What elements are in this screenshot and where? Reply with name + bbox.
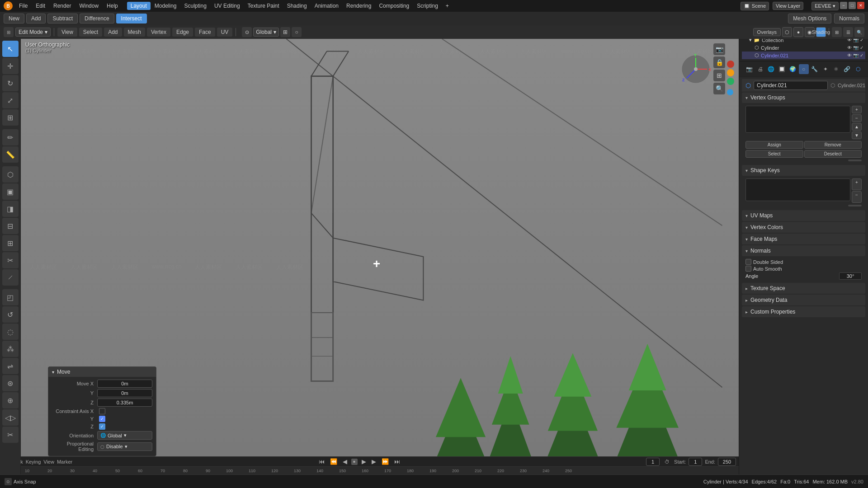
menu-help[interactable]: Help (103, 2, 122, 10)
prev-frame-btn[interactable]: ⏪ (329, 458, 339, 465)
prop-world-icon[interactable]: 🌍 (788, 64, 798, 74)
tool-knife[interactable]: ✂ (2, 252, 19, 268)
workspace-layout[interactable]: Layout (127, 2, 151, 10)
vg-down-btn[interactable]: ▼ (852, 131, 862, 139)
prop-output-icon[interactable]: 🖨 (755, 64, 765, 74)
workspace-modeling[interactable]: Modeling (151, 2, 180, 10)
cyl-cam[interactable]: 📷 (853, 45, 859, 50)
auto-smooth-checkbox[interactable] (745, 266, 751, 272)
vg-add-btn[interactable]: + (852, 106, 862, 113)
viewport[interactable]: 人人素材区 人人素材区 人人素材区 人人素材区 人人素材区 人人素材区 www.… (21, 39, 739, 474)
outliner-btn[interactable]: ☰ (843, 27, 853, 37)
stop-btn[interactable]: ■ (351, 459, 358, 465)
workspace-uv-editing[interactable]: UV Editing (211, 2, 244, 10)
workspace-compositing[interactable]: Compositing (375, 2, 413, 10)
wireframe-btn[interactable]: ⬡ (782, 27, 792, 37)
menu-render[interactable]: Render (50, 2, 75, 10)
axis-gizmo[interactable]: X Y Z (680, 53, 712, 85)
prop-particles-icon[interactable]: ✦ (821, 64, 830, 74)
texture-space-header[interactable]: ▸ Texture Space (742, 283, 865, 294)
face-maps-header[interactable]: ▾ Face Maps (742, 234, 865, 244)
prop-modifier-icon[interactable]: 🔧 (810, 64, 820, 74)
select-menu[interactable]: Select (79, 28, 102, 37)
move-x-value[interactable]: 0m (97, 380, 152, 388)
tool-move[interactable]: ✛ (2, 58, 19, 74)
overlays-btn[interactable]: Overlays (753, 28, 781, 36)
mesh-options-btn[interactable]: Mesh Options (788, 14, 831, 23)
object-name-input[interactable] (754, 81, 828, 90)
end-value[interactable]: 250 (718, 458, 736, 466)
prop-data-icon[interactable]: ⬡ (853, 64, 863, 74)
cylinder-item[interactable]: ⬡ Cylinder 👁 📷 ✓ (742, 44, 865, 52)
tool-edge-slide[interactable]: ⇌ (2, 358, 19, 374)
prop-render-icon[interactable]: 📷 (745, 64, 755, 74)
jump-end-btn[interactable]: ⏭ (393, 458, 401, 465)
constraint-y-checkbox[interactable]: ✓ (99, 416, 105, 422)
jump-start-btn[interactable]: ⏮ (317, 458, 326, 465)
cyl021-vis[interactable]: 👁 (847, 53, 852, 58)
shape-keys-header[interactable]: ▾ Shape Keys (742, 165, 865, 176)
frame-indicator[interactable]: 1 (646, 458, 660, 466)
maximize-btn[interactable]: □ (849, 2, 856, 9)
normals-header[interactable]: ▾ Normals (742, 245, 865, 256)
tool-loop-cut[interactable]: ⊟ (2, 218, 19, 234)
cyl-vis[interactable]: 👁 (847, 45, 852, 50)
prev-keyframe-btn[interactable]: ◀ (341, 458, 349, 465)
difference-button[interactable]: Difference (80, 14, 114, 23)
workspace-shading[interactable]: Shading (283, 2, 311, 10)
edge-menu[interactable]: Edge (172, 28, 193, 37)
next-frame-btn[interactable]: ⏩ (380, 458, 390, 465)
tool-shrink-fatten[interactable]: ⊛ (2, 375, 19, 391)
workspace-texture-paint[interactable]: Texture Paint (244, 2, 283, 10)
tool-smooth[interactable]: ◌ (2, 324, 19, 340)
rendered-btn[interactable]: Shading (816, 27, 826, 37)
menu-window[interactable]: Window (75, 2, 102, 10)
prop-view-icon[interactable]: 🌐 (766, 64, 776, 74)
workspace-sculpting[interactable]: Sculpting (181, 2, 210, 10)
constraint-x-checkbox[interactable] (99, 408, 105, 414)
workspace-rendering[interactable]: Rendering (343, 2, 375, 10)
tool-poly-build[interactable]: ◰ (2, 289, 19, 305)
add-button[interactable]: Add (26, 14, 46, 23)
next-keyframe-btn[interactable]: ▶ (370, 458, 377, 465)
play-btn[interactable]: ▶ (360, 458, 368, 465)
tool-inset[interactable]: ▣ (2, 183, 19, 200)
viewport-quad-btn[interactable]: ⊞ (713, 70, 725, 81)
timeline-track[interactable]: 1 10 20 30 40 50 60 70 80 90 100 110 120… (0, 467, 739, 474)
add-menu[interactable]: Add (104, 28, 122, 37)
edit-mode-selector[interactable]: Edit Mode ▾ (15, 28, 51, 37)
search-btn[interactable]: 🔍 (854, 27, 864, 37)
tool-shear[interactable]: ◁▷ (2, 409, 19, 426)
vg-up-btn[interactable]: ▲ (852, 123, 862, 131)
view-layer-selector[interactable]: View Layer (773, 2, 803, 10)
cyl-chk[interactable]: ✓ (860, 45, 863, 50)
tool-rotate[interactable]: ↻ (2, 75, 19, 91)
prop-constraint-icon[interactable]: 🔗 (842, 64, 852, 74)
tool-annotate[interactable]: ✏ (2, 129, 19, 145)
orientation-value[interactable]: 🌐 Global ▾ (97, 431, 152, 440)
editor-type-btn[interactable]: ⊞ (832, 27, 842, 37)
move-y-value[interactable]: 0m (97, 389, 152, 397)
normals-btn[interactable]: Normals (834, 14, 864, 23)
auto-smooth-toggle[interactable]: Auto Smooth (745, 266, 862, 272)
scene-selector[interactable]: 🔲 Scene (741, 2, 769, 10)
tool-push-pull[interactable]: ⊕ (2, 392, 19, 408)
custom-properties-header[interactable]: ▸ Custom Properties (742, 306, 865, 317)
close-btn[interactable]: ✕ (857, 2, 864, 9)
normals-angle-value[interactable]: 30° (839, 272, 862, 280)
geometry-data-header[interactable]: ▸ Geometry Data (742, 295, 865, 305)
double-sided-checkbox[interactable] (745, 259, 751, 265)
tool-transform[interactable]: ⊞ (2, 109, 19, 126)
tl-view-btn[interactable]: View (43, 459, 54, 465)
sk-add-btn[interactable]: + (852, 178, 862, 190)
marker-btn[interactable]: Marker (57, 459, 72, 465)
tool-rip[interactable]: ✂ (2, 427, 19, 443)
vg-remove-btn[interactable]: − (852, 114, 862, 122)
lock-to-camera-btn[interactable]: 🔒 (713, 56, 725, 68)
proportional-value[interactable]: ◌ Disable ▾ (97, 442, 152, 451)
vg-assign-btn[interactable]: Assign (745, 141, 803, 149)
double-sided-toggle[interactable]: Double Sided (745, 259, 862, 265)
tool-extrude[interactable]: ⬡ (2, 166, 19, 183)
camera-view-btn[interactable]: 📷 (713, 43, 725, 55)
cylinder021-item[interactable]: ⬡ Cylinder.021 👁 📷 ✓ (742, 52, 865, 59)
